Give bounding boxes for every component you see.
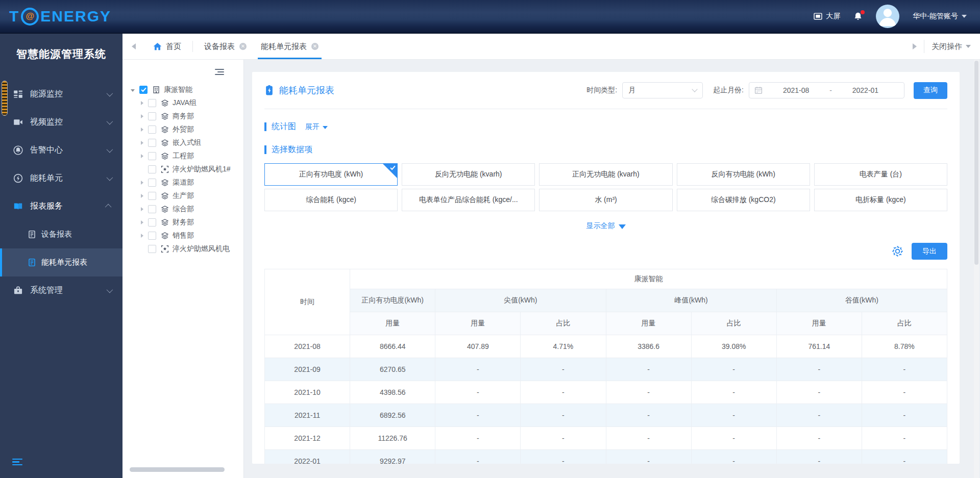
tree-node[interactable]: 外贸部 [122,123,243,136]
tree-caret-icon[interactable] [141,141,143,145]
tab-device-report[interactable]: 设备报表 ✕ [197,34,254,59]
table-row: 2021-088666.44407.894.71%3386.639.08%761… [265,335,947,358]
export-button[interactable]: 导出 [912,243,947,260]
tree-caret-icon[interactable] [141,101,143,105]
tree-collapse-button[interactable] [215,67,224,77]
data-item-cell[interactable]: 反向无功电能 (kvarh) [402,163,535,186]
tree-checkbox[interactable] [148,245,156,253]
tree-checkbox[interactable] [148,205,156,213]
close-operations-dropdown[interactable]: 关闭操作 [932,42,971,52]
tree-checkbox[interactable] [148,152,156,160]
show-all-toggle[interactable]: 显示全部 [264,221,947,231]
data-item-cell[interactable]: 正向有功电度 (kWh) [264,163,398,186]
sub-header: 占比 [691,312,776,335]
tree-checkbox[interactable] [148,99,156,107]
sidebar-item-energy-monitor[interactable]: 能源监控 [0,80,122,108]
tree-node[interactable]: 淬火炉助燃风机1# [122,163,243,176]
tree-node[interactable]: 嵌入式组 [122,136,243,149]
tree-checkbox[interactable] [139,86,148,94]
tree-caret-icon[interactable] [141,234,143,238]
account-menu[interactable]: 华中-能管账号 [913,12,967,21]
table-cell: 39.08% [691,335,776,358]
data-item-cell[interactable]: 水 (m³) [539,189,672,211]
sidebar-item-label: 视频监控 [30,117,63,128]
data-item-cell[interactable]: 电折标量 (kgce) [814,189,947,211]
tree-caret-icon[interactable] [141,181,143,185]
tree-checkbox[interactable] [148,232,156,240]
tree-node[interactable]: 淬火炉助燃风机电 [122,242,243,256]
tree-checkbox[interactable] [148,125,156,134]
sidebar-item-device-report[interactable]: 设备报表 [0,220,122,248]
sidebar-item-video-monitor[interactable]: 视频监控 [0,108,122,136]
group-header: 谷值(kWh) [776,289,947,312]
tab-scroll-left-icon[interactable] [132,43,136,49]
tree-node[interactable]: 工程部 [122,149,243,163]
tree-checkbox[interactable] [148,139,156,147]
tab-home[interactable]: 首页 [146,34,188,59]
tab-scroll-right-icon[interactable] [913,43,917,49]
tree-node[interactable]: 渠道部 [122,176,243,189]
tree-node[interactable]: 销售部 [122,229,243,242]
tree-horizontal-scrollbar[interactable] [130,467,225,472]
tree-caret-icon[interactable] [131,89,135,92]
notification-bell-button[interactable] [853,12,863,21]
tree-caret-icon[interactable] [141,154,143,158]
tree-checkbox[interactable] [148,179,156,187]
main-vertical-scrollbar[interactable] [974,60,979,478]
time-type-select[interactable]: 月 [622,82,703,98]
tree-node[interactable]: 康派智能 [122,83,243,96]
home-icon [153,42,162,51]
chevron-down-icon [692,86,697,92]
tree-checkbox[interactable] [148,192,156,200]
close-icon[interactable]: ✕ [239,43,247,50]
table-cell: 6892.56 [350,404,435,427]
settings-gear-icon[interactable] [892,245,903,257]
report-service-icon [13,202,23,212]
tree-caret-icon[interactable] [141,128,143,132]
tree-caret-icon[interactable] [141,194,143,198]
tree-checkbox[interactable] [148,218,156,227]
group-header: 正向有功电度(kWh) [350,289,435,312]
logo-at-icon: @ [21,8,39,26]
data-item-cell[interactable]: 电表单位产品综合能耗 (kgce/... [402,189,535,211]
big-screen-button[interactable]: 大屏 [814,12,840,21]
month-range-input[interactable]: 2021-08 - 2022-01 [749,82,904,98]
data-item-cell[interactable]: 反向有功电能 (kWh) [677,163,810,186]
query-button[interactable]: 查询 [914,82,947,99]
sub-header: 用量 [776,312,862,335]
data-item-cell[interactable]: 综合能耗 (kgce) [264,189,398,211]
chevron-down-icon [107,118,113,125]
sidebar-collapse-button[interactable] [12,457,22,467]
tree-node[interactable]: 商务部 [122,110,243,123]
sidebar-item-alarm-center[interactable]: 告警中心 [0,136,122,164]
table-toolbar: 导出 [264,243,947,260]
table-cell: - [691,427,776,450]
tree-node[interactable]: 生产部 [122,189,243,203]
chart-expand-toggle[interactable]: 展开 [305,122,328,132]
tree-checkbox[interactable] [148,112,156,120]
table-cell: - [521,381,606,404]
tree-caret-icon[interactable] [141,114,143,118]
tree-caret-icon[interactable] [141,220,143,224]
sidebar-item-energy-unit[interactable]: 能耗单元 [0,164,122,192]
sidebar-item-system-management[interactable]: 系统管理 [0,276,122,305]
scrollbar-thumb[interactable] [974,61,978,265]
tab-unit-report[interactable]: 能耗单元报表 ✕ [254,34,326,59]
data-item-label: 电表单位产品综合能耗 (kgce/... [419,195,518,205]
tree-caret-icon[interactable] [141,207,143,211]
data-item-cell[interactable]: 电表产量 (台) [814,163,947,186]
sidebar-item-unit-report[interactable]: 能耗单元报表 [0,248,122,276]
data-item-cell[interactable]: 正向无功电能 (kvarh) [539,163,672,186]
data-item-cell[interactable]: 综合碳排放 (kgCO2) [677,189,810,211]
tree-node[interactable]: 综合部 [122,203,243,216]
tree-checkbox[interactable] [148,165,156,173]
tree-node[interactable]: 财务部 [122,216,243,229]
close-icon[interactable]: ✕ [311,43,318,50]
filter-bar: 时间类型: 月 起止月份: 2021-08 - 2022-01 查询 [586,82,947,99]
sidebar-item-report-service[interactable]: 报表服务 [0,192,122,220]
table-cell: - [776,381,862,404]
user-avatar[interactable] [876,5,899,28]
table-row: 2021-104398.56------ [265,381,947,404]
tree-node-label: 销售部 [173,231,194,240]
tree-node[interactable]: JAVA组 [122,96,243,110]
